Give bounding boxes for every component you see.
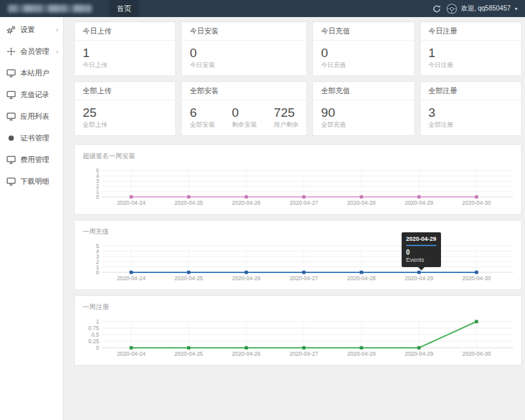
stat-card-title: 今日充值 bbox=[313, 22, 413, 41]
stat-card-title: 全部安装 bbox=[182, 82, 306, 100]
stat-card: 全部安装6全部安装0剩余安装725用户剩余 bbox=[181, 81, 307, 136]
sidebar-item-1[interactable]: 设置› bbox=[0, 19, 63, 41]
stat-group: 90全部充值 bbox=[321, 106, 346, 129]
svg-text:2020-04-30: 2020-04-30 bbox=[462, 275, 491, 282]
brand-logo bbox=[8, 5, 92, 12]
sidebar-menu: 设置›会员管理›本站用户充值记录应用列表证书管理费用管理下载明细 bbox=[0, 17, 64, 420]
chart-title: 一周注册 bbox=[83, 303, 513, 312]
monitor-icon bbox=[7, 69, 16, 77]
chart-tooltip: 2020-04-290Events bbox=[402, 232, 441, 267]
stat-card-title: 今日上传 bbox=[75, 22, 175, 41]
sidebar-item-3[interactable]: 本站用户 bbox=[0, 62, 63, 84]
stat-card-body: 90全部充值 bbox=[313, 100, 413, 135]
stat-card-body: 3全部注册 bbox=[421, 100, 521, 135]
stat-label: 全部上传 bbox=[83, 121, 108, 129]
stat-label: 今日上传 bbox=[83, 61, 108, 70]
svg-text:2020-04-24: 2020-04-24 bbox=[117, 350, 146, 357]
svg-text:2020-04-29: 2020-04-29 bbox=[405, 350, 434, 357]
svg-text:2020-04-29: 2020-04-29 bbox=[405, 200, 434, 206]
svg-text:5: 5 bbox=[96, 167, 99, 174]
svg-text:2020-04-30: 2020-04-30 bbox=[462, 350, 491, 357]
stat-group: 25全部上传 bbox=[83, 106, 108, 129]
line-chart[interactable]: 0123452020-04-242020-04-252020-04-262020… bbox=[83, 242, 513, 284]
sidebar-item-label: 设置 bbox=[20, 25, 35, 35]
sidebar-item-label: 费用管理 bbox=[20, 155, 49, 165]
svg-text:2020-04-24: 2020-04-24 bbox=[117, 200, 146, 206]
chevron-right-icon: › bbox=[56, 26, 58, 33]
stat-label: 全部充值 bbox=[321, 121, 346, 129]
sidebar-item-label: 本站用户 bbox=[20, 68, 49, 78]
stat-group: 1今日上传 bbox=[83, 46, 108, 70]
svg-text:2020-04-28: 2020-04-28 bbox=[347, 200, 376, 206]
stat-card: 今日上传1今日上传 bbox=[74, 22, 176, 76]
chart-plot: 00.250.50.7512020-04-242020-04-252020-04… bbox=[83, 318, 513, 360]
stat-group: 0剩余安装 bbox=[232, 106, 257, 129]
svg-text:2020-04-25: 2020-04-25 bbox=[175, 275, 203, 282]
caret-down-icon: ▼ bbox=[514, 7, 518, 11]
monitor-icon bbox=[7, 91, 16, 99]
stat-card-title: 全部注册 bbox=[421, 82, 521, 100]
svg-text:2020-04-25: 2020-04-25 bbox=[175, 350, 203, 357]
stat-card-title: 今日注册 bbox=[421, 22, 521, 41]
svg-text:0.25: 0.25 bbox=[88, 338, 99, 345]
svg-text:2020-04-27: 2020-04-27 bbox=[289, 350, 318, 357]
stat-card-body: 0今日安装 bbox=[182, 41, 306, 75]
sidebar-item-7[interactable]: 费用管理 bbox=[0, 149, 63, 171]
chart-card-1: 超级签名一周安装0123452020-04-242020-04-252020-0… bbox=[74, 144, 522, 215]
stat-value: 725 bbox=[274, 106, 299, 120]
stat-card-title: 全部充值 bbox=[313, 82, 413, 100]
stat-card-title: 全部上传 bbox=[75, 82, 175, 100]
sidebar-item-2[interactable]: 会员管理› bbox=[0, 41, 63, 62]
sidebar-item-4[interactable]: 充值记录 bbox=[0, 84, 63, 106]
tooltip-date: 2020-04-29 bbox=[406, 236, 436, 246]
main-content: 今日上传1今日上传今日安装0今日安装今日充值0今日充值今日注册1今日注册全部上传… bbox=[64, 17, 525, 377]
sidebar-item-6[interactable]: 证书管理 bbox=[0, 127, 63, 149]
user-menu[interactable]: 欢迎, qq5850457 ▼ bbox=[446, 3, 518, 14]
svg-text:2020-04-26: 2020-04-26 bbox=[232, 275, 261, 282]
chart-title: 超级签名一周安装 bbox=[83, 152, 513, 161]
top-navbar: 首页 欢迎, qq5850457 ▼ bbox=[0, 0, 525, 17]
svg-text:2020-04-25: 2020-04-25 bbox=[175, 200, 203, 206]
sidebar-item-label: 下载明细 bbox=[20, 177, 49, 186]
svg-text:0.75: 0.75 bbox=[88, 325, 99, 331]
sidebar-item-label: 会员管理 bbox=[20, 47, 49, 56]
tooltip-caret-icon bbox=[418, 267, 425, 270]
svg-text:2020-04-30: 2020-04-30 bbox=[462, 200, 491, 206]
stat-card-body: 25全部上传 bbox=[75, 100, 175, 135]
svg-text:2020-04-29: 2020-04-29 bbox=[405, 275, 434, 282]
stat-value: 1 bbox=[83, 46, 108, 60]
svg-text:2020-04-27: 2020-04-27 bbox=[289, 275, 318, 282]
sidebar-item-8[interactable]: 下载明细 bbox=[0, 171, 63, 192]
stat-label: 剩余安装 bbox=[232, 121, 257, 129]
svg-text:0: 0 bbox=[96, 345, 99, 351]
svg-text:2020-04-28: 2020-04-28 bbox=[347, 350, 376, 357]
stat-card-body: 1今日上传 bbox=[75, 41, 175, 75]
stats-grid: 今日上传1今日上传今日安装0今日安装今日充值0今日充值今日注册1今日注册全部上传… bbox=[74, 22, 522, 136]
chart-card-2: 一周充值0123452020-04-242020-04-252020-04-26… bbox=[74, 220, 522, 290]
nav-item-home[interactable]: 首页 bbox=[109, 0, 139, 17]
charts-section: 超级签名一周安装0123452020-04-242020-04-252020-0… bbox=[74, 144, 522, 366]
stat-group: 725用户剩余 bbox=[274, 106, 299, 129]
stat-value: 0 bbox=[232, 106, 257, 120]
sidebar-item-label: 充值记录 bbox=[20, 90, 49, 100]
stat-card: 今日注册1今日注册 bbox=[420, 22, 522, 76]
sidebar-item-label: 证书管理 bbox=[20, 133, 49, 143]
stat-value: 90 bbox=[321, 106, 346, 120]
stat-card-body: 6全部安装0剩余安装725用户剩余 bbox=[182, 100, 306, 135]
stat-card: 今日安装0今日安装 bbox=[181, 22, 307, 76]
stat-label: 用户剩余 bbox=[274, 121, 299, 129]
refresh-icon[interactable] bbox=[432, 5, 441, 13]
stat-card: 全部充值90全部充值 bbox=[312, 81, 414, 136]
stat-label: 今日充值 bbox=[321, 61, 346, 70]
svg-text:1: 1 bbox=[96, 318, 99, 325]
line-chart[interactable]: 00.250.50.7512020-04-242020-04-252020-04… bbox=[83, 318, 513, 360]
sidebar-item-5[interactable]: 应用列表 bbox=[0, 106, 63, 127]
chevron-right-icon: › bbox=[56, 48, 58, 55]
stat-value: 3 bbox=[429, 106, 453, 120]
line-chart[interactable]: 0123452020-04-242020-04-252020-04-262020… bbox=[83, 167, 513, 209]
monitor-icon bbox=[7, 177, 16, 186]
stat-label: 全部安装 bbox=[190, 121, 215, 129]
monitor-icon bbox=[7, 156, 16, 164]
stat-card-body: 0今日充值 bbox=[313, 41, 413, 75]
svg-text:2020-04-26: 2020-04-26 bbox=[232, 200, 261, 206]
